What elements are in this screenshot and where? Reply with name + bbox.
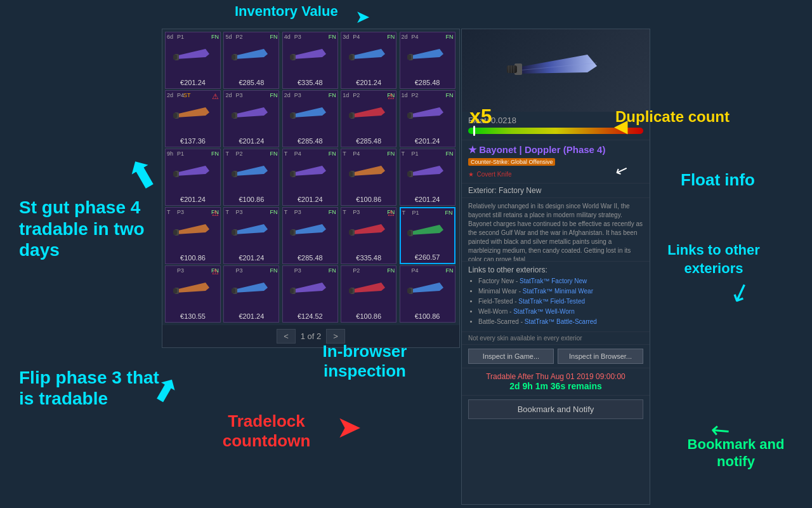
item-phase-11: P2: [235, 150, 242, 157]
item-phase-17: P3: [294, 209, 301, 215]
inventory-item-17[interactable]: T P3 FN €285.48: [282, 207, 338, 264]
item-phase-15: P3: [177, 209, 184, 215]
item-wear-0: FN: [211, 34, 219, 40]
link-stattrak-1[interactable]: StatTrak™ Minimal Wear: [523, 288, 593, 295]
item-time-9: 1d: [402, 92, 408, 98]
inventory-item-5[interactable]: 2d P4 ST ⚠ €137.36: [165, 90, 221, 147]
duplicate-count-label: Duplicate count: [615, 108, 730, 126]
page-info: 1 of 2: [301, 331, 322, 341]
item-wear-9: FN: [446, 92, 454, 98]
inventory-item-8[interactable]: 1d P2 FN ⚠ €285.48: [341, 90, 396, 147]
inventory-item-15[interactable]: T P3 FN ⚠ €100.86: [165, 207, 221, 264]
svg-marker-0: [176, 49, 209, 59]
item-phase-19: P1: [412, 210, 419, 216]
svg-marker-48: [234, 224, 268, 234]
inventory-item-19[interactable]: T P1 FN €260.57: [400, 207, 455, 264]
item-price-12: €201.24: [283, 196, 337, 203]
inventory-item-4[interactable]: 2d P4 FN €285.48: [400, 32, 455, 89]
inventory-item-14[interactable]: T P1 FN €201.24: [400, 149, 455, 206]
inventory-item-23[interactable]: P2 FN €100.86: [341, 265, 396, 323]
item-phase-2: P3: [294, 34, 301, 40]
inspect-browser-button[interactable]: Inspect in Browser...: [558, 349, 643, 364]
svg-rect-20: [232, 113, 235, 118]
bookmark-notify-button[interactable]: Bookmark and Notify: [468, 399, 643, 419]
inspect-game-button[interactable]: Inspect in Game...: [468, 349, 554, 364]
item-knife-icon-16: [231, 215, 272, 247]
inventory-item-2[interactable]: 4d P3 FN €335.48: [282, 32, 338, 89]
links-arrow: ↗: [726, 277, 756, 312]
inventory-item-9[interactable]: 1d P2 FN €201.24: [400, 90, 455, 147]
item-wear-24: FN: [446, 267, 454, 274]
item-knife-icon-4: [407, 40, 448, 72]
item-wear-23: FN: [387, 267, 395, 274]
svg-rect-23: [290, 113, 294, 118]
inventory-item-6[interactable]: 2d P3 FN €201.24: [223, 90, 279, 147]
item-wear-12: FN: [329, 150, 336, 157]
svg-marker-60: [176, 283, 209, 293]
links-section: Links to other exteriors: Factory New - …: [462, 262, 650, 332]
inventory-item-10[interactable]: 9h P1 FN €201.24: [165, 149, 221, 206]
item-time-14: T: [402, 150, 405, 157]
inventory-item-11[interactable]: T P2 FN €100.86: [223, 149, 279, 206]
item-knife-icon-24: [407, 274, 448, 305]
svg-rect-59: [407, 231, 411, 236]
item-knife-icon-2: [289, 40, 331, 72]
not-every-note: Not every skin available in every exteri…: [462, 332, 650, 345]
item-price-24: €100.86: [400, 312, 455, 320]
inventory-item-13[interactable]: T P4 FN €100.86: [341, 149, 396, 206]
item-price-10: €201.24: [166, 196, 220, 203]
svg-marker-63: [234, 283, 268, 293]
svg-rect-11: [349, 55, 353, 60]
item-title: ★ Bayonet | Doppler (Phase 4): [468, 144, 643, 156]
svg-rect-50: [232, 230, 235, 235]
item-knife-icon-23: [348, 274, 390, 305]
inv-value-arrow: ➤: [355, 6, 370, 27]
link-item-0: Factory New - StatTrak™ Factory New: [478, 277, 643, 286]
link-stattrak-0[interactable]: StatTrak™ Factory New: [520, 277, 587, 284]
item-knife-icon-13: [348, 157, 390, 189]
svg-rect-32: [173, 171, 177, 177]
inventory-item-22[interactable]: P3 FN €124.52: [282, 265, 338, 323]
item-wear-11: FN: [270, 150, 277, 157]
item-description: Relatively unchanged in its design since…: [462, 198, 650, 262]
link-stattrak-3[interactable]: StatTrak™ Well-Worn: [513, 308, 575, 315]
item-knife-icon-21: [231, 274, 272, 305]
link-item-1: Minimal Wear - StatTrak™ Minimal Wear: [478, 287, 643, 296]
inventory-item-20[interactable]: P3 FN ⚠ €130.55: [165, 265, 221, 323]
inventory-item-7[interactable]: 2d P3 FN €285.48: [282, 90, 338, 147]
svg-marker-18: [234, 107, 268, 117]
prev-page-button[interactable]: <: [277, 329, 296, 344]
link-stattrak-4[interactable]: StatTrak™ Battle-Scarred: [525, 318, 597, 325]
item-knife-icon-19: [407, 216, 448, 248]
links-annotation: Links to other exteriors: [650, 241, 777, 277]
inventory-item-18[interactable]: T P3 FN ⚠ €335.48: [341, 207, 396, 264]
item-price-2: €335.48: [283, 79, 337, 86]
inventory-item-21[interactable]: P3 FN €201.24: [223, 265, 279, 323]
item-phase-6: P3: [235, 92, 242, 98]
item-lock-15: ⚠: [212, 209, 219, 218]
link-stattrak-2[interactable]: StatTrak™ Field-Tested: [518, 298, 585, 305]
item-knife-icon-17: [289, 215, 331, 247]
item-price-1: €285.48: [224, 79, 278, 86]
inventory-panel: 6d P1 FN €201.24 5d P2 FN €285.48 4d P3 …: [162, 29, 460, 348]
item-time-17: T: [284, 209, 288, 215]
inventory-item-3[interactable]: 3d P4 FN €201.24: [341, 32, 396, 89]
inventory-item-12[interactable]: T P4 FN €201.24: [282, 149, 338, 206]
item-phase-1: P2: [235, 34, 242, 40]
item-price-3: €201.24: [341, 79, 396, 86]
item-lock-20: ⚠: [212, 267, 219, 276]
item-knife-icon-6: [231, 98, 272, 130]
flip-phase-annotation: Flip phase 3 that is tradable: [19, 367, 171, 410]
item-wear-13: FN: [387, 150, 395, 157]
item-time-15: T: [167, 209, 171, 215]
item-wear-16: FN: [270, 209, 277, 215]
svg-marker-21: [292, 107, 326, 117]
inventory-item-24[interactable]: P4 FN €100.86: [400, 265, 455, 323]
inventory-item-0[interactable]: 6d P1 FN €201.24: [165, 32, 221, 89]
svg-rect-65: [232, 288, 235, 293]
inventory-item-1[interactable]: 5d P2 FN €285.48: [223, 32, 279, 89]
item-time-11: T: [225, 150, 229, 157]
inventory-item-16[interactable]: T P3 FN €201.24: [223, 207, 279, 264]
item-price-16: €201.24: [224, 254, 278, 262]
st-gut-annotation: St gut phase 4 tradable in two days: [19, 197, 159, 261]
